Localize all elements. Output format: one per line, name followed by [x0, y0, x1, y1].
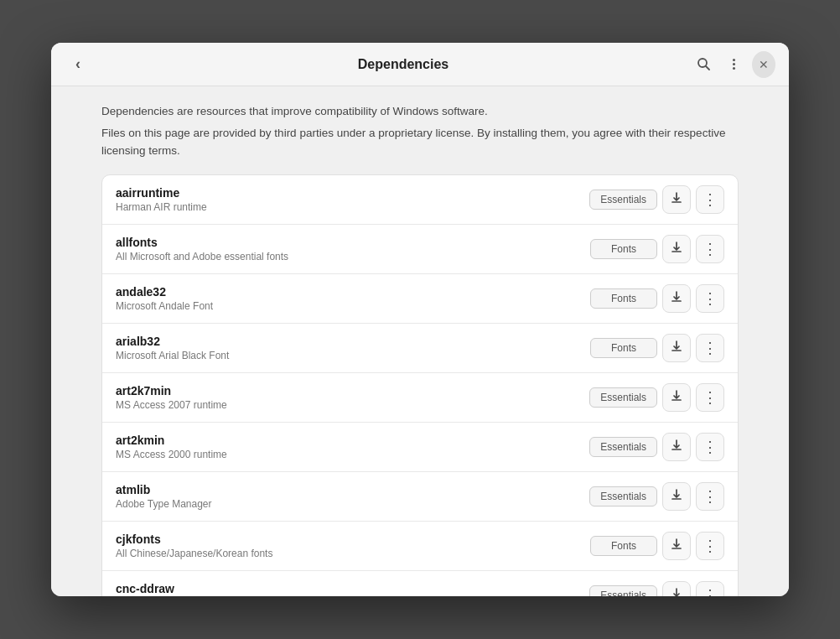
- list-item: andale32 Microsoft Andale Font Fonts ⋮: [102, 274, 738, 324]
- list-item: art2k7min MS Access 2007 runtime Essenti…: [102, 373, 738, 423]
- back-button[interactable]: ‹: [65, 51, 91, 78]
- item-actions-andale32: Fonts ⋮: [590, 284, 724, 313]
- item-name-aairruntime: aairruntime: [116, 186, 589, 200]
- item-name-cjkfonts: cjkfonts: [116, 532, 590, 546]
- close-icon: ✕: [759, 58, 769, 71]
- svg-line-1: [706, 66, 709, 70]
- svg-point-2: [733, 59, 735, 61]
- more-icon: ⋮: [703, 439, 718, 455]
- item-name-cnc-ddraw: cnc-ddraw: [116, 582, 589, 595]
- item-name-andale32: andale32: [116, 285, 590, 299]
- download-button-allfonts[interactable]: [662, 235, 691, 263]
- item-desc-cjkfonts: All Chinese/Japanese/Korean fonts: [116, 548, 590, 559]
- item-info-aairruntime: aairruntime Harman AIR runtime: [116, 186, 589, 213]
- app-window: ‹ Dependencies ✕: [51, 43, 789, 596]
- list-item: art2kmin MS Access 2000 runtime Essentia…: [102, 423, 738, 472]
- titlebar: ‹ Dependencies ✕: [51, 43, 789, 86]
- more-button-andale32[interactable]: ⋮: [696, 284, 724, 313]
- download-icon: [670, 191, 683, 207]
- svg-point-4: [733, 67, 735, 70]
- window-title: Dependencies: [358, 57, 449, 71]
- item-actions-atmlib: Essentials ⋮: [589, 482, 724, 511]
- more-button-art2kmin[interactable]: ⋮: [696, 433, 724, 461]
- list-item: arialb32 Microsoft Arial Black Font Font…: [102, 324, 738, 373]
- item-badge-cnc-ddraw: Essentials: [589, 585, 657, 596]
- download-icon: [670, 587, 683, 596]
- item-name-arialb32: arialb32: [116, 335, 590, 348]
- more-button-aairruntime[interactable]: ⋮: [696, 185, 724, 214]
- item-badge-andale32: Fonts: [590, 288, 657, 309]
- item-name-allfonts: allfonts: [116, 236, 590, 249]
- svg-point-3: [733, 63, 735, 65]
- item-actions-allfonts: Fonts ⋮: [590, 235, 724, 263]
- more-button-cjkfonts[interactable]: ⋮: [696, 532, 724, 560]
- item-name-art2k7min: art2k7min: [116, 384, 589, 397]
- item-desc-art2kmin: MS Access 2000 runtime: [116, 449, 589, 460]
- item-desc-aairruntime: Harman AIR runtime: [116, 201, 589, 213]
- item-badge-arialb32: Fonts: [590, 338, 657, 358]
- search-button[interactable]: [692, 51, 715, 78]
- more-icon: ⋮: [703, 489, 718, 504]
- download-button-art2kmin[interactable]: [662, 433, 691, 461]
- item-badge-atmlib: Essentials: [589, 486, 657, 507]
- item-info-art2kmin: art2kmin MS Access 2000 runtime: [116, 434, 589, 460]
- item-actions-cnc-ddraw: Essentials ⋮: [589, 581, 724, 596]
- more-button-cnc-ddraw[interactable]: ⋮: [696, 581, 724, 596]
- more-icon: ⋮: [703, 588, 718, 596]
- item-badge-allfonts: Fonts: [590, 239, 657, 259]
- item-actions-art2k7min: Essentials ⋮: [589, 383, 724, 412]
- more-icon: ⋮: [703, 242, 718, 257]
- download-icon: [670, 290, 683, 306]
- more-button-arialb32[interactable]: ⋮: [696, 334, 724, 362]
- download-button-atmlib[interactable]: [662, 482, 691, 511]
- item-info-andale32: andale32 Microsoft Andale Font: [116, 285, 590, 312]
- download-button-cnc-ddraw[interactable]: [662, 581, 691, 596]
- more-button-atmlib[interactable]: ⋮: [696, 482, 724, 511]
- item-desc-art2k7min: MS Access 2007 runtime: [116, 399, 589, 411]
- list-item: atmlib Adobe Type Manager Essentials ⋮: [102, 472, 738, 522]
- more-vert-icon: [727, 57, 741, 71]
- more-icon: ⋮: [703, 291, 718, 306]
- titlebar-right: ✕: [692, 51, 775, 78]
- download-button-cjkfonts[interactable]: [662, 532, 691, 560]
- menu-button[interactable]: [722, 51, 745, 78]
- list-item: allfonts All Microsoft and Adobe essenti…: [102, 225, 738, 274]
- download-icon: [670, 241, 683, 257]
- item-desc-atmlib: Adobe Type Manager: [116, 498, 589, 510]
- item-badge-aairruntime: Essentials: [589, 190, 657, 210]
- list-item: aairruntime Harman AIR runtime Essential…: [102, 175, 738, 225]
- download-button-arialb32[interactable]: [662, 334, 691, 362]
- more-icon: ⋮: [703, 192, 718, 207]
- item-info-cnc-ddraw: cnc-ddraw Re-implementation of the Direc…: [116, 582, 589, 596]
- item-info-cjkfonts: cjkfonts All Chinese/Japanese/Korean fon…: [116, 532, 590, 559]
- item-name-atmlib: atmlib: [116, 483, 589, 496]
- item-actions-aairruntime: Essentials ⋮: [589, 185, 724, 214]
- more-icon: ⋮: [703, 538, 718, 553]
- close-button[interactable]: ✕: [752, 51, 775, 78]
- more-button-allfonts[interactable]: ⋮: [696, 235, 724, 263]
- item-actions-art2kmin: Essentials ⋮: [589, 433, 724, 461]
- download-icon: [670, 340, 683, 356]
- item-info-arialb32: arialb32 Microsoft Arial Black Font: [116, 335, 590, 361]
- dependencies-list: aairruntime Harman AIR runtime Essential…: [101, 174, 739, 596]
- more-icon: ⋮: [703, 390, 718, 405]
- download-button-art2k7min[interactable]: [662, 383, 691, 412]
- download-button-aairruntime[interactable]: [662, 185, 691, 214]
- item-info-allfonts: allfonts All Microsoft and Adobe essenti…: [116, 236, 590, 262]
- item-info-atmlib: atmlib Adobe Type Manager: [116, 483, 589, 510]
- titlebar-center: Dependencies: [115, 57, 692, 72]
- more-icon: ⋮: [703, 340, 718, 356]
- more-button-art2k7min[interactable]: ⋮: [696, 383, 724, 412]
- item-badge-cjkfonts: Fonts: [590, 536, 657, 556]
- download-button-andale32[interactable]: [662, 284, 691, 313]
- download-icon: [670, 488, 683, 504]
- list-item: cjkfonts All Chinese/Japanese/Korean fon…: [102, 522, 738, 571]
- item-name-art2kmin: art2kmin: [116, 434, 589, 447]
- download-icon: [670, 439, 683, 455]
- titlebar-left: ‹: [65, 51, 115, 78]
- main-content: Dependencies are resources that improve …: [51, 86, 789, 596]
- item-badge-art2kmin: Essentials: [589, 437, 657, 457]
- download-icon: [670, 389, 683, 405]
- item-actions-arialb32: Fonts ⋮: [590, 334, 724, 362]
- item-badge-art2k7min: Essentials: [589, 387, 657, 408]
